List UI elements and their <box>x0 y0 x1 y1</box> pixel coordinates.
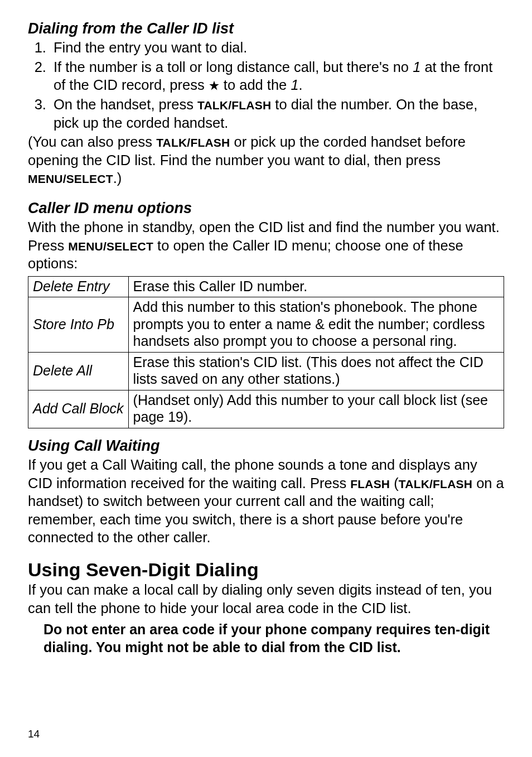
call-waiting-body: If you get a Call Waiting call, the phon… <box>28 456 504 547</box>
row-label-delete-all: Delete All <box>28 352 129 390</box>
seven-digit-body: If you can make a local call by dialing … <box>28 581 504 617</box>
cid-menu-table: Delete Entry Erase this Caller ID number… <box>28 276 504 428</box>
key-talk-flash: TALK/FLASH <box>197 99 271 112</box>
heading-call-waiting: Using Call Waiting <box>28 437 504 455</box>
cid-menu-intro: With the phone in standby, open the CID … <box>28 218 504 273</box>
step-2-text-pre: If the number is a toll or long distance… <box>54 59 413 75</box>
step-2-end: . <box>299 77 303 93</box>
star-icon <box>209 80 220 91</box>
step-1: Find the entry you want to dial. <box>50 38 504 57</box>
step-3: On the handset, press TALK/FLASH to dial… <box>50 95 504 132</box>
key-talk-flash-3: TALK/FLASH <box>399 478 472 490</box>
dialing-note: (You can also press TALK/FLASH or pick u… <box>28 133 504 187</box>
step-2-italic-2: 1 <box>291 77 298 93</box>
row-desc-delete-entry: Erase this Caller ID number. <box>128 276 504 297</box>
table-row: Add Call Block (Handset only) Add this n… <box>28 390 504 428</box>
heading-cid-menu-options: Caller ID menu options <box>28 200 504 217</box>
step-2-after-star: to add the <box>220 77 291 93</box>
row-desc-add-call-block: (Handset only) Add this number to your c… <box>128 390 504 428</box>
row-desc-delete-all: Erase this station's CID list. (This doe… <box>128 352 504 390</box>
row-label-delete-entry: Delete Entry <box>28 276 129 297</box>
step-2: If the number is a toll or long distance… <box>50 58 504 94</box>
row-desc-store-into-pb: Add this number to this station's phoneb… <box>128 297 504 353</box>
key-flash: FLASH <box>350 478 390 490</box>
page-number: 14 <box>28 728 40 740</box>
step-2-italic-1: 1 <box>413 59 420 75</box>
heading-seven-digit-dialing: Using Seven-Digit Dialing <box>28 559 504 581</box>
manual-page: Dialing from the Caller ID list Find the… <box>0 0 532 757</box>
svg-marker-0 <box>209 81 219 90</box>
key-talk-flash-2: TALK/FLASH <box>156 136 230 149</box>
table-row: Store Into Pb Add this number to this st… <box>28 297 504 353</box>
step-3-pre: On the handset, press <box>54 97 197 112</box>
row-label-add-call-block: Add Call Block <box>28 390 129 428</box>
table-row: Delete All Erase this station's CID list… <box>28 352 504 390</box>
dialing-steps-list: Find the entry you want to dial. If the … <box>33 38 504 132</box>
note-pre: (You can also press <box>28 134 156 150</box>
heading-dialing-caller-id: Dialing from the Caller ID list <box>28 20 504 37</box>
seven-digit-warning: Do not enter an area code if your phone … <box>43 620 504 656</box>
key-menu-select-2: MENU/SELECT <box>68 240 153 253</box>
note-end: .) <box>113 170 122 186</box>
row-label-store-into-pb: Store Into Pb <box>28 297 129 353</box>
table-row: Delete Entry Erase this Caller ID number… <box>28 276 504 297</box>
cw-paren-open: ( <box>390 475 399 491</box>
key-menu-select: MENU/SELECT <box>28 172 113 185</box>
